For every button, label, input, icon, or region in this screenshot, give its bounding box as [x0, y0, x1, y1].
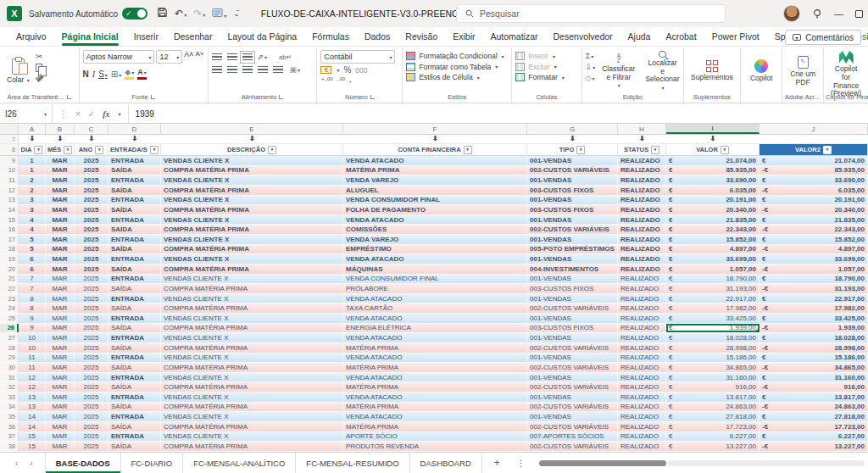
cell[interactable]: MAR: [46, 215, 75, 225]
filter-dropdown-button[interactable]: ▾: [95, 146, 103, 154]
cell[interactable]: VENDA ATACADO: [343, 353, 527, 363]
filter-arrow-icon[interactable]: ⬇: [19, 135, 46, 143]
orientation-button[interactable]: ⇗▾: [258, 53, 268, 61]
header-cell-status[interactable]: STATUS▾: [618, 144, 666, 155]
cell[interactable]: 2025: [75, 294, 108, 303]
cell[interactable]: 2025: [75, 314, 108, 323]
cell[interactable]: MATÉRIA PRIMA: [343, 422, 527, 431]
cell[interactable]: 2025: [75, 363, 108, 372]
row-number[interactable]: 13: [0, 196, 19, 205]
scrollbar-track[interactable]: [668, 460, 865, 466]
copilot-finance-button[interactable]: Copilot for Finance (Preview): [827, 50, 865, 99]
cell-valor[interactable]: €33.690,00: [666, 175, 760, 185]
customize-qat-icon[interactable]: ⌄̄: [231, 9, 242, 18]
row-number[interactable]: 23: [0, 294, 19, 303]
row-number[interactable]: 28: [0, 343, 19, 353]
row-number[interactable]: 11: [0, 175, 19, 185]
align-bottom-button[interactable]: [242, 53, 253, 61]
cell-valor[interactable]: €15.852,00: [666, 235, 760, 244]
cell[interactable]: 14: [19, 422, 46, 431]
cell-valor2[interactable]: €13.817,00: [760, 392, 868, 402]
font-size-select[interactable]: 12▾: [156, 50, 182, 64]
cell-valor[interactable]: €20.191,00: [666, 196, 760, 205]
cell[interactable]: 4: [19, 225, 46, 234]
cell[interactable]: MAR: [46, 333, 75, 342]
cell[interactable]: 001-VENDAS: [527, 294, 618, 303]
filter-dropdown-button[interactable]: ▾: [268, 146, 276, 154]
cell-valor[interactable]: €18.790,00: [666, 275, 760, 284]
filter-dropdown-button[interactable]: ▾: [464, 146, 472, 154]
percent-style-button[interactable]: %: [343, 65, 351, 75]
italic-button[interactable]: I: [92, 70, 95, 79]
cell-valor[interactable]: €18.028,00: [666, 333, 760, 342]
tab-desenvolvedor[interactable]: Desenvolvedor: [546, 28, 620, 46]
cell[interactable]: 15: [19, 432, 46, 442]
cell[interactable]: MAR: [46, 353, 75, 363]
cell[interactable]: 2025: [75, 175, 108, 185]
cell[interactable]: ENTRADA: [108, 333, 161, 342]
row-number[interactable]: 14: [0, 205, 19, 214]
cell[interactable]: MAR: [46, 442, 75, 451]
cell[interactable]: SAÍDA: [108, 422, 161, 431]
cell[interactable]: REALIZADO: [618, 264, 666, 274]
font-name-select[interactable]: Aptos Narrow▾: [83, 50, 155, 64]
tab-inserir[interactable]: Inserir: [126, 28, 166, 46]
cell[interactable]: REALIZADO: [618, 284, 666, 293]
cell-valor2[interactable]: -€34.865,00: [760, 363, 868, 372]
cell[interactable]: SAÍDA: [108, 303, 161, 313]
cell[interactable]: ENTRADA: [108, 432, 161, 442]
cell[interactable]: VENDAS CLIENTE X: [161, 333, 343, 342]
cell-valor2[interactable]: -€17.723,00: [760, 422, 868, 431]
cell[interactable]: ENTRADA: [108, 412, 161, 421]
cell[interactable]: VENDAS CLIENTE X: [161, 215, 343, 225]
cell-valor2[interactable]: -€17.982,00: [760, 303, 868, 313]
cell[interactable]: 002-CUSTOS VARIÁVEIS: [527, 363, 618, 372]
header-cell-valor2[interactable]: VALOR2▾: [760, 144, 868, 155]
cell[interactable]: SAÍDA: [108, 264, 161, 274]
comma-style-button[interactable]: 000: [355, 66, 367, 75]
bold-button[interactable]: N: [83, 70, 89, 79]
row-number[interactable]: 9: [0, 156, 19, 165]
insert-function-button[interactable]: fx: [103, 109, 109, 119]
cell[interactable]: MAR: [46, 186, 75, 195]
stamp-button[interactable]: ▾: [209, 8, 229, 20]
cell-valor[interactable]: €13.227,00: [666, 442, 760, 451]
row-number[interactable]: 27: [0, 333, 19, 342]
cell[interactable]: ENTRADA: [108, 392, 161, 402]
cell[interactable]: APORTE SÓCIO: [343, 432, 527, 442]
cell-valor2[interactable]: €33.690,00: [760, 175, 868, 185]
cell[interactable]: 9: [19, 324, 46, 333]
cell[interactable]: VENDA ATACADO: [343, 215, 527, 225]
cell[interactable]: COMPRA MATÉRIA PRIMA: [161, 422, 343, 431]
cell[interactable]: 6: [19, 254, 46, 264]
cell-valor[interactable]: €33.425,00: [666, 314, 760, 323]
cell[interactable]: 002-CUSTOS VARIÁVEIS: [527, 166, 618, 175]
cell-valor[interactable]: €6.035,00: [666, 186, 760, 195]
tab-exibir[interactable]: Exibir: [445, 28, 482, 46]
cell[interactable]: MAR: [46, 166, 75, 175]
minimize-button[interactable]: —: [834, 8, 843, 19]
cell[interactable]: REALIZADO: [618, 432, 666, 442]
cell[interactable]: 003-CUSTOS FIXOS: [527, 324, 618, 333]
row-number[interactable]: 12: [0, 186, 19, 195]
cell[interactable]: REALIZADO: [618, 314, 666, 323]
dialog-launcher-icon[interactable]: [151, 95, 155, 99]
conditional-formatting-button[interactable]: Formatação Condicional▾: [406, 52, 504, 60]
selected-cell-I26[interactable]: €1.939,00: [666, 324, 760, 333]
cell[interactable]: VENDAS CLIENTE X: [161, 314, 343, 323]
new-sheet-button[interactable]: +: [482, 453, 512, 473]
cell[interactable]: MAR: [46, 156, 75, 165]
cell[interactable]: MATÉRIA PRIMA: [343, 363, 527, 372]
cell[interactable]: COMPRA MATÉRIA PRIMA: [161, 225, 343, 234]
cell[interactable]: ENERGIA ELÉTRICA: [343, 324, 527, 333]
cell[interactable]: 002-CUSTOS VARIÁVEIS: [527, 382, 618, 392]
sheet-tab-fc-mensal-analítico[interactable]: FC-MENSAL-ANALÍTICO: [183, 453, 296, 473]
search-input[interactable]: Pesquisar: [456, 4, 726, 23]
cell[interactable]: REALIZADO: [618, 254, 666, 264]
filter-arrow-icon[interactable]: ⬇: [666, 135, 760, 143]
autosave-toggle[interactable]: ✓: [122, 8, 147, 19]
cell[interactable]: REALIZADO: [618, 235, 666, 244]
cell[interactable]: 3: [19, 196, 46, 205]
column-letter-G[interactable]: G: [527, 124, 618, 134]
row-number[interactable]: 34: [0, 403, 19, 412]
